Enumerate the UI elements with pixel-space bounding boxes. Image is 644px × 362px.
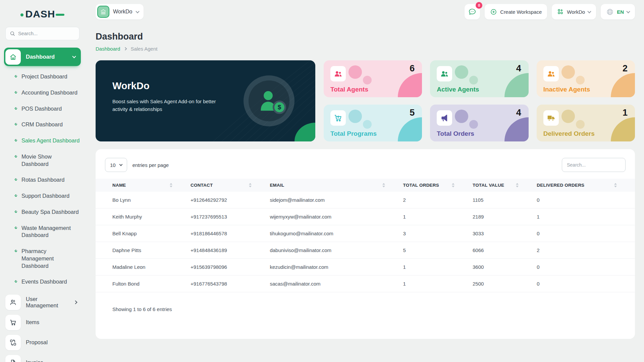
cell-name: Keith Murphy [96, 208, 191, 225]
stat-value: 5 [410, 108, 415, 118]
topbar: WorkDo 0 Create Workspace WorkDo [96, 4, 635, 19]
sidebar-item-dashboard[interactable]: Dashboard [4, 48, 81, 66]
users-icon [437, 66, 452, 81]
sidebar-subitem-pharmacy-management-dashboard[interactable]: Pharmacy Management Dashboard [0, 243, 85, 274]
sidebar-subitem-pos-dashboard[interactable]: POS Dashboard [0, 101, 85, 117]
sidebar-subitem-label: Sales Agent Dashboard [21, 137, 79, 143]
sort-icon [382, 183, 385, 187]
breadcrumb-home-link[interactable]: Dashboard [96, 46, 120, 52]
decorative-circle [469, 120, 478, 129]
corner-shape [398, 73, 422, 97]
decorative-circle [348, 65, 362, 79]
chevron-down-icon [626, 9, 630, 13]
users-icon [330, 66, 346, 81]
header-actions: 0 Create Workspace WorkDo EN [465, 4, 635, 19]
sidebar-subitem-crm-dashboard[interactable]: CRM Dashboard [0, 117, 85, 133]
bullet-icon [14, 178, 18, 181]
stat-value: 4 [516, 63, 521, 74]
bullet-icon [14, 249, 18, 253]
invoice-icon [5, 355, 21, 362]
breadcrumb: Dashboard Sales Agent [96, 46, 635, 52]
table-row: Fulton Bond +916776543798 sacas@mailinat… [96, 276, 635, 292]
language-selector[interactable]: EN [601, 4, 635, 19]
decorative-circle [576, 120, 585, 129]
sidebar-subitem-movie-show-dashboard[interactable]: Movie Show Dashboard [0, 149, 85, 172]
cell-delivered-orders: 0 [537, 225, 635, 242]
stat-card-active-agents: 4 Active Agents [430, 60, 528, 97]
table-row: Bo Lynn +912646292792 sidejom@mailinator… [96, 192, 635, 208]
bullet-icon [14, 194, 18, 197]
table-search-input[interactable] [562, 158, 626, 172]
cell-total-value: 1105 [473, 192, 537, 208]
cell-delivered-orders: 1 [537, 208, 635, 225]
users-icon [5, 295, 21, 310]
entries-per-page-select[interactable]: 10 [105, 158, 127, 172]
cell-contact: +914848436189 [191, 242, 270, 259]
chat-icon [468, 8, 476, 16]
sidebar-subitem-sales-agent-dashboard[interactable]: Sales Agent Dashboard [0, 133, 85, 149]
corner-shape [611, 117, 635, 141]
sidebar-subitem-beauty-spa-dashboard[interactable]: Beauty Spa Dashboard [0, 204, 85, 220]
sidebar-item-proposal[interactable]: Proposal [4, 333, 81, 352]
stat-value: 2 [623, 63, 628, 74]
sidebar-item-user-management[interactable]: User Management [4, 293, 81, 311]
app-logo[interactable]: DASH [0, 7, 85, 21]
sidebar-subitem-label: Rotas Dashboard [21, 177, 64, 183]
sidebar-subitem-project-dashboard[interactable]: Project Dashboard [0, 69, 85, 85]
sort-icon [614, 183, 617, 187]
cell-total-orders: 1 [403, 259, 473, 276]
messages-button[interactable]: 0 [465, 4, 480, 19]
workspace-switcher[interactable]: WorkDo [96, 4, 144, 19]
table-header-row: NAME CONTACT EMAIL TOTAL ORDERS TOTAL VA… [96, 179, 635, 192]
sort-icon [516, 183, 519, 187]
sidebar-search-input[interactable] [18, 31, 75, 36]
chevron-down-icon [119, 163, 122, 166]
chevron-down-icon [72, 54, 76, 58]
column-header-delivered-orders[interactable]: DELIVERED ORDERS [537, 179, 635, 192]
cell-total-value: 3600 [473, 259, 537, 276]
bullet-icon [14, 139, 18, 142]
column-header-email[interactable]: EMAIL [270, 179, 403, 192]
agents-table-card: 10 entries per page NAME CONTACT EMAIL T… [96, 149, 635, 339]
chevron-down-icon [587, 9, 591, 13]
sidebar-item-invoice[interactable]: Invoice [4, 353, 81, 362]
sidebar-item-label: Invoice [26, 359, 43, 362]
stat-label: Delivered Orders [543, 130, 595, 137]
chevron-right-icon [74, 300, 77, 304]
column-header-contact[interactable]: CONTACT [191, 179, 270, 192]
column-header-total-value[interactable]: TOTAL VALUE [473, 179, 537, 192]
sort-icon [452, 183, 454, 187]
sidebar-subitem-label: Waste Management Dashboard [21, 225, 71, 238]
cart-plus-icon [330, 110, 346, 126]
sidebar-subitem-waste-management-dashboard[interactable]: Waste Management Dashboard [0, 220, 85, 244]
truck-icon [543, 110, 559, 126]
create-workspace-button[interactable]: Create Workspace [485, 4, 547, 19]
cell-contact: +912646292792 [191, 192, 270, 208]
sidebar-subitem-events-dashboard[interactable]: Events Dashboard [0, 274, 85, 290]
stat-card-inactive-agents: 2 Inactive Agents [537, 60, 635, 97]
cell-email: kezudicin@mailinator.com [270, 259, 403, 276]
sidebar-subitem-accounting-dashboard[interactable]: Accounting Dashboard [0, 85, 85, 101]
cell-total-value: 6066 [473, 242, 537, 259]
table-footer-status: Showing 1 to 6 of 6 entries [112, 306, 635, 312]
cell-contact: +917237695513 [191, 208, 270, 225]
bullet-icon [14, 210, 18, 213]
sidebar-item-items[interactable]: Items [4, 313, 81, 331]
sales-agent-illustration: $ [244, 75, 294, 126]
language-label: EN [617, 9, 624, 15]
sort-icon [170, 183, 172, 187]
stat-label: Total Orders [437, 130, 474, 137]
sidebar-subitem-label: Beauty Spa Dashboard [21, 209, 79, 215]
sidebar-subitem-support-dashboard[interactable]: Support Dashboard [0, 188, 85, 204]
stat-card-total-orders: 4 Total Orders [430, 105, 528, 141]
column-header-name[interactable]: NAME [96, 179, 191, 192]
bullet-icon [14, 155, 18, 158]
proposal-icon [5, 335, 21, 350]
sidebar-subitem-rotas-dashboard[interactable]: Rotas Dashboard [0, 172, 85, 188]
stat-label: Total Agents [330, 86, 368, 93]
cell-total-value: 3033 [473, 225, 537, 242]
workspace-name: WorkDo [113, 9, 132, 15]
column-header-total-orders[interactable]: TOTAL ORDERS [403, 179, 473, 192]
workdo-menu-button[interactable]: WorkDo [552, 4, 596, 19]
cell-delivered-orders: 0 [537, 259, 635, 276]
